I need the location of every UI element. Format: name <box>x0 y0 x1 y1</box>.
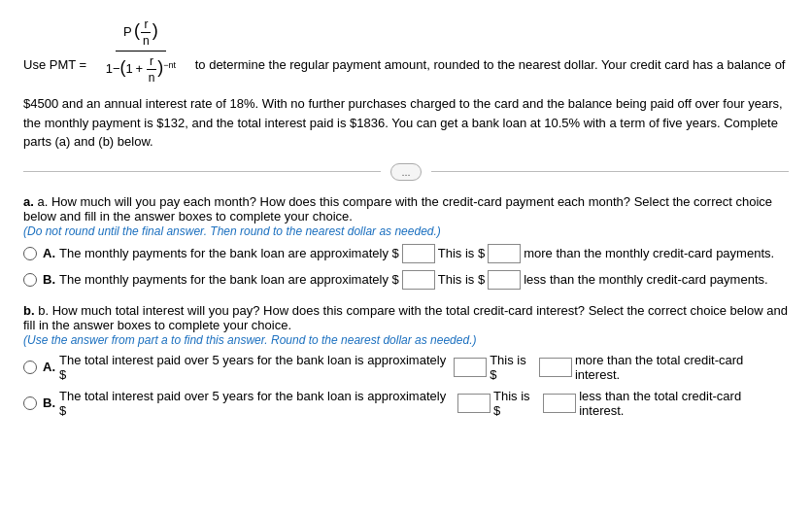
part-b-radio-b[interactable] <box>23 396 37 410</box>
part-b-header: b. b. How much total interest will you p… <box>23 303 789 347</box>
part-a-text-b-after: less than the monthly credit-card paymen… <box>524 272 767 287</box>
part-b-label: b. b. How much total interest will you p… <box>23 303 788 332</box>
part-b-option-a-row: A. The total interest paid over 5 years … <box>23 353 789 382</box>
formula-numerator: P (rn) <box>116 17 166 52</box>
expand-button[interactable]: ... <box>390 163 421 181</box>
part-a-this-is-a: This is $ <box>438 246 485 260</box>
part-a-label-b: B. <box>43 272 55 287</box>
part-a-text-a-after: more than the monthly credit-card paymen… <box>524 246 774 260</box>
part-b-input-a-1[interactable] <box>454 358 487 377</box>
problem-text: $4500 and an annual interest rate of 18%… <box>23 94 789 152</box>
use-pmt-label: Use PMT = <box>23 57 86 72</box>
part-a-header: a. a. How much will you pay each month? … <box>23 194 789 238</box>
part-b-this-is-b: This is $ <box>493 389 540 418</box>
part-a-input-a-1[interactable] <box>402 244 435 263</box>
formula-row: Use PMT = P (rn) 1−(1 + rn)−nt to determ… <box>23 17 789 85</box>
part-b-text-b-after: less than the total credit-card interest… <box>579 389 789 418</box>
part-a-this-is-b: This is $ <box>438 272 485 287</box>
part-b-radio-a[interactable] <box>23 361 37 374</box>
part-a-section: a. a. How much will you pay each month? … <box>23 194 789 290</box>
part-a-input-b-1[interactable] <box>402 270 435 290</box>
part-b-text-a-before: The total interest paid over 5 years for… <box>59 353 451 382</box>
part-a-option-b-row: B. The monthly payments for the bank loa… <box>23 270 789 290</box>
part-b-this-is-a: This is $ <box>490 353 536 382</box>
part-b-label-b: B. <box>43 396 55 410</box>
part-b-input-b-2[interactable] <box>543 394 576 413</box>
part-b-section: b. b. How much total interest will you p… <box>23 303 789 418</box>
part-b-label-a: A. <box>43 360 55 374</box>
part-a-option-a-row: A. The monthly payments for the bank loa… <box>23 244 789 263</box>
divider-right <box>431 171 789 172</box>
part-a-instruction: (Do not round until the final answer. Th… <box>23 224 441 238</box>
part-b-instruction: (Use the answer from part a to find this… <box>23 333 476 347</box>
part-b-text-a-after: more than the total credit-card interest… <box>575 353 789 382</box>
part-a-text-b-before: The monthly payments for the bank loan a… <box>59 272 399 287</box>
formula-denominator: 1−(1 + rn)−nt <box>98 52 184 85</box>
part-a-label: a. a. How much will you pay each month? … <box>23 194 772 224</box>
part-a-input-b-2[interactable] <box>488 270 521 290</box>
part-a-radio-a[interactable] <box>23 247 37 260</box>
part-b-input-a-2[interactable] <box>539 358 572 377</box>
divider-left <box>23 171 381 172</box>
part-b-input-b-1[interactable] <box>457 394 491 413</box>
to-determine: to determine the regular payment amount,… <box>195 57 786 72</box>
part-a-input-a-2[interactable] <box>488 244 521 263</box>
part-b-option-b-row: B. The total interest paid over 5 years … <box>23 389 789 418</box>
part-a-text-a-before: The monthly payments for the bank loan a… <box>59 246 399 260</box>
part-a-radio-b[interactable] <box>23 273 37 287</box>
part-a-label-a: A. <box>43 246 55 260</box>
part-b-text-b-before: The total interest paid over 5 years for… <box>59 389 455 418</box>
divider-row: ... <box>23 163 789 181</box>
